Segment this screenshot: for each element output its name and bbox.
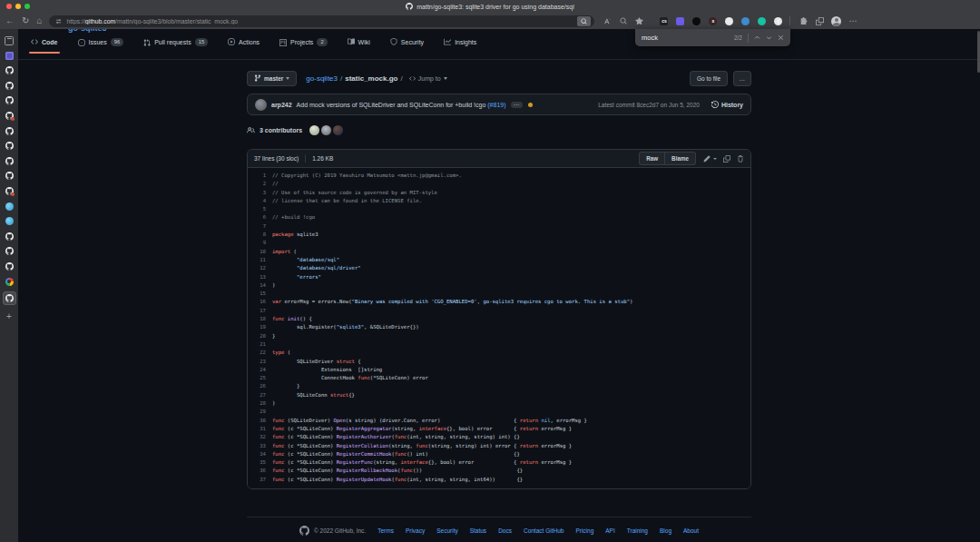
line-number[interactable]: 17 [248, 307, 272, 315]
find-previous-icon[interactable] [754, 34, 760, 41]
close-window-button[interactable] [6, 4, 12, 9]
extension-icon[interactable] [758, 17, 766, 25]
extension-icon[interactable] [692, 17, 701, 25]
line-number[interactable]: 22 [248, 349, 272, 357]
line-number[interactable]: 5 [248, 205, 272, 213]
extension-icon[interactable]: ( [774, 17, 782, 25]
extension-icon[interactable] [741, 17, 750, 25]
more-options-button[interactable]: … [733, 71, 751, 86]
text-size-icon[interactable] [603, 17, 612, 25]
line-number[interactable]: 21 [248, 340, 272, 349]
extension-icon[interactable]: cs [660, 17, 668, 25]
line-number[interactable]: 10 [248, 248, 272, 256]
line-number[interactable]: 1 [248, 172, 272, 180]
commit-author-avatar[interactable] [255, 99, 267, 111]
line-number[interactable]: 4 [248, 197, 272, 205]
commit-author[interactable]: arp242 [271, 102, 292, 108]
line-number[interactable]: 28 [248, 399, 272, 408]
line-number[interactable]: 32 [248, 433, 272, 441]
site-settings-icon[interactable] [55, 18, 62, 25]
latest-commit-info[interactable]: Latest commit 8cec2d7 on Jun 5, 2020 [598, 102, 700, 108]
footer-link-blog[interactable]: Blog [660, 527, 671, 534]
vertical-tab-github[interactable] [5, 246, 15, 256]
vertical-tab-github[interactable] [5, 261, 15, 271]
extension-icon[interactable] [676, 17, 684, 25]
tab-pull-requests[interactable]: Pull requests15 [142, 35, 210, 54]
find-in-page-active-icon[interactable] [577, 16, 591, 26]
line-number[interactable]: 6 [248, 213, 272, 222]
history-button[interactable]: History [711, 101, 743, 108]
footer-link-security[interactable]: Security [436, 527, 457, 534]
line-number[interactable]: 27 [248, 391, 272, 399]
address-bar[interactable]: https://github.com/mattn/go-sqlite3/blob… [49, 15, 594, 27]
tab-security[interactable]: Security [388, 35, 426, 54]
browser-menu-button[interactable]: ⋯ [848, 16, 858, 25]
find-next-icon[interactable] [766, 34, 772, 41]
vertical-tab-site[interactable] [5, 202, 15, 212]
vertical-tab-github[interactable] [5, 111, 15, 121]
extensions-puzzle-icon[interactable] [799, 17, 808, 25]
vertical-tab-github[interactable] [5, 141, 15, 151]
pr-link[interactable]: (#819) [487, 102, 505, 108]
extension-icon[interactable] [725, 17, 733, 25]
line-number[interactable]: 8 [248, 231, 272, 239]
vertical-tab-site[interactable] [5, 277, 15, 287]
tab-actions[interactable]: Actions [226, 35, 261, 54]
find-query[interactable]: mock [642, 34, 729, 42]
contributors-label[interactable]: 3 contributors [260, 127, 302, 133]
vertical-tab-site[interactable] [5, 216, 15, 226]
extension-icon[interactable]: x [709, 17, 717, 25]
line-number[interactable]: 36 [248, 467, 272, 475]
go-to-file-button[interactable]: Go to file [690, 71, 728, 86]
vertical-tab-github[interactable] [5, 186, 15, 196]
code-view[interactable]: 1// Copyright (C) 2019 Yasuhiro Matsumot… [248, 168, 750, 488]
vertical-tab-github[interactable] [5, 81, 15, 91]
footer-link-status[interactable]: Status [470, 527, 486, 534]
back-button[interactable]: ← [5, 16, 15, 25]
tab-projects[interactable]: Projects2 [278, 35, 329, 54]
line-number[interactable]: 2 [248, 180, 272, 188]
new-tab-button[interactable]: + [6, 312, 12, 321]
line-number[interactable]: 15 [248, 290, 272, 298]
footer-link-api[interactable]: API [605, 527, 614, 534]
line-number[interactable]: 23 [248, 358, 272, 366]
line-number[interactable]: 26 [248, 382, 272, 390]
line-number[interactable]: 33 [248, 442, 272, 450]
commit-message-expand-button[interactable]: … [511, 102, 523, 108]
footer-link-privacy[interactable]: Privacy [406, 527, 425, 534]
line-number[interactable]: 18 [248, 315, 272, 323]
breadcrumb-repo-link[interactable]: go-sqlite3 [306, 74, 338, 83]
line-number[interactable]: 16 [248, 298, 272, 306]
footer-link-terms[interactable]: Terms [377, 527, 394, 534]
line-number[interactable]: 25 [248, 374, 272, 382]
line-number[interactable]: 12 [248, 264, 272, 272]
zoom-icon[interactable] [620, 17, 627, 25]
line-number[interactable]: 7 [248, 222, 272, 231]
line-number[interactable]: 31 [248, 425, 272, 433]
vertical-tab-github[interactable] [5, 95, 15, 105]
vertical-tab-github[interactable] [5, 126, 15, 136]
footer-link-pricing[interactable]: Pricing [575, 527, 593, 534]
line-number[interactable]: 35 [248, 458, 272, 467]
footer-link-contact-github[interactable]: Contact GitHub [524, 527, 564, 534]
minimize-window-button[interactable] [15, 4, 21, 9]
tab-issues[interactable]: Issues96 [76, 35, 126, 54]
line-number[interactable]: 9 [248, 239, 272, 247]
line-number[interactable]: 3 [248, 189, 272, 197]
copy-icon[interactable] [723, 155, 730, 163]
footer-link-docs[interactable]: Docs [498, 527, 512, 534]
vertical-tab-github[interactable] [5, 156, 15, 166]
tab-wiki[interactable]: Wiki [346, 35, 372, 54]
browser-profile-avatar[interactable] [831, 16, 841, 26]
edit-dropdown-icon[interactable] [713, 158, 717, 160]
vertical-tab-overview[interactable] [5, 35, 15, 45]
vertical-tab-github-current[interactable] [3, 291, 16, 305]
find-close-icon[interactable] [778, 34, 784, 41]
line-number[interactable]: 34 [248, 450, 272, 458]
collections-icon[interactable] [816, 17, 824, 25]
home-button[interactable]: ⌂ [36, 16, 42, 25]
vertical-tab-app[interactable] [5, 51, 15, 61]
branch-selector-button[interactable]: master [247, 71, 297, 86]
contributor-avatar[interactable] [321, 125, 331, 135]
line-number[interactable]: 37 [248, 476, 272, 484]
